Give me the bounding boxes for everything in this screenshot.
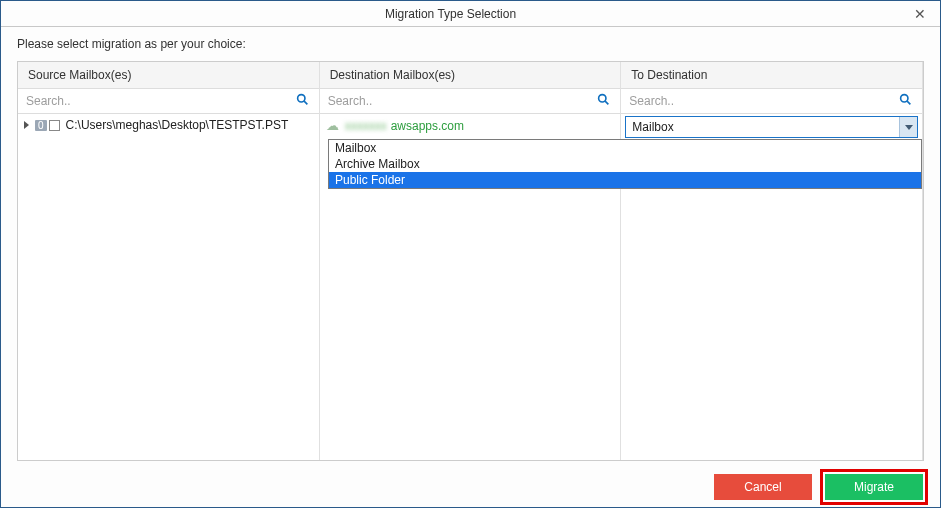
to-destination-column: To Destination Mailbox	[621, 62, 923, 460]
option-mailbox[interactable]: Mailbox	[329, 140, 921, 156]
expand-icon[interactable]	[24, 121, 29, 129]
source-item-row[interactable]: 0 C:\Users\meghas\Desktop\TESTPST.PST	[18, 114, 319, 136]
destination-search-row	[320, 88, 621, 114]
search-icon[interactable]	[895, 93, 916, 109]
svg-point-4	[901, 95, 908, 102]
source-path: C:\Users\meghas\Desktop\TESTPST.PST	[66, 118, 289, 132]
to-destination-search-row	[621, 88, 922, 114]
columns-container: Source Mailbox(es) 0 C:\Users\meghas\Des…	[17, 61, 924, 461]
footer: Cancel Migrate	[1, 467, 940, 507]
count-badge: 0	[35, 120, 47, 131]
svg-point-2	[599, 95, 606, 102]
combo-selected: Mailbox	[626, 117, 899, 137]
checkbox[interactable]	[49, 120, 60, 131]
search-icon[interactable]	[593, 93, 614, 109]
option-archive-mailbox[interactable]: Archive Mailbox	[329, 156, 921, 172]
svg-line-5	[907, 101, 910, 104]
svg-line-3	[605, 101, 608, 104]
to-destination-search-input[interactable]	[627, 91, 895, 111]
source-search-input[interactable]	[24, 91, 292, 111]
destination-type-dropdown[interactable]: Mailbox Archive Mailbox Public Folder	[328, 139, 922, 189]
to-destination-header: To Destination	[621, 62, 922, 88]
destination-search-input[interactable]	[326, 91, 594, 111]
svg-line-1	[304, 101, 307, 104]
source-search-row	[18, 88, 319, 114]
source-header: Source Mailbox(es)	[18, 62, 319, 88]
title-bar: Migration Type Selection ✕	[1, 1, 940, 27]
source-column: Source Mailbox(es) 0 C:\Users\meghas\Des…	[18, 62, 320, 460]
destination-domain: awsapps.com	[391, 119, 464, 133]
destination-item-row[interactable]: ☁ xxxxxxx awsapps.com	[320, 114, 621, 137]
close-icon[interactable]: ✕	[900, 6, 940, 22]
destination-type-combo[interactable]: Mailbox	[625, 116, 918, 138]
migrate-button[interactable]: Migrate	[825, 474, 923, 500]
cloud-icon: ☁	[326, 118, 339, 133]
cancel-button[interactable]: Cancel	[714, 474, 812, 500]
option-public-folder[interactable]: Public Folder	[329, 172, 921, 188]
masked-user: xxxxxxx	[345, 119, 387, 133]
svg-point-0	[297, 95, 304, 102]
window-title: Migration Type Selection	[1, 7, 900, 21]
chevron-down-icon[interactable]	[899, 117, 917, 137]
instruction-text: Please select migration as per your choi…	[1, 27, 940, 61]
migrate-highlight: Migrate	[820, 469, 928, 505]
search-icon[interactable]	[292, 93, 313, 109]
destination-column: Destination Mailbox(es) ☁ xxxxxxx awsapp…	[320, 62, 622, 460]
destination-header: Destination Mailbox(es)	[320, 62, 621, 88]
